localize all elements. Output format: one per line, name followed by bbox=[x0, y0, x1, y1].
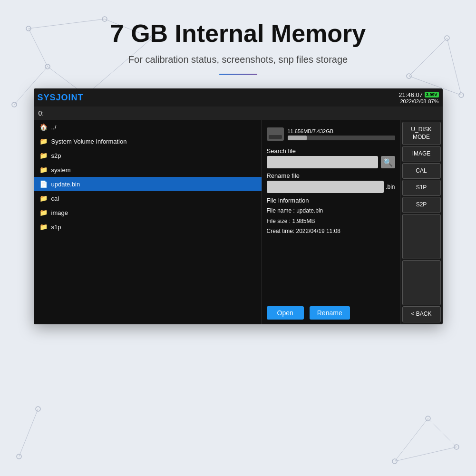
list-item-name: ../ bbox=[51, 124, 57, 131]
open-button[interactable]: Open bbox=[267, 306, 304, 320]
side-btn-back[interactable]: < BACK bbox=[402, 306, 441, 322]
date-display: 2022/02/08 bbox=[400, 98, 426, 104]
list-item-name: s1p bbox=[51, 223, 61, 231]
list-item[interactable]: 📁s1p bbox=[34, 220, 262, 234]
list-item[interactable]: 📁cal bbox=[34, 191, 262, 205]
device-screen: SYSJOINT 21:46:07 3.99V 2022/02/08 87% 0… bbox=[34, 88, 443, 324]
side-btn-image[interactable]: IMAGE bbox=[402, 146, 441, 162]
folder-icon: 📁 bbox=[39, 223, 48, 231]
main-area: 🏠../📁System Volume Information📁s2p📁syste… bbox=[34, 120, 443, 324]
side-buttons-panel: U_DISK MODEIMAGECALS1PS2P< BACK bbox=[400, 120, 443, 324]
list-item-name: System Volume Information bbox=[51, 138, 127, 145]
svg-line-25 bbox=[395, 418, 428, 461]
svg-point-23 bbox=[392, 459, 397, 464]
list-item[interactable]: 📁system bbox=[34, 163, 262, 177]
svg-point-21 bbox=[426, 416, 430, 421]
list-item[interactable]: 📁s2p bbox=[34, 148, 262, 163]
file-icon: 📄 bbox=[39, 180, 48, 188]
side-btn-s2p[interactable]: S2P bbox=[402, 197, 441, 213]
search-row: 🔍 bbox=[267, 156, 395, 168]
list-item-name: update.bin bbox=[51, 181, 80, 188]
rename-extension: .bin bbox=[386, 184, 395, 190]
list-item[interactable]: 📁image bbox=[34, 205, 262, 220]
list-item-name: image bbox=[51, 209, 68, 216]
top-bar: SYSJOINT 21:46:07 3.99V 2022/02/08 87% bbox=[34, 88, 443, 107]
svg-line-20 bbox=[19, 409, 38, 457]
path-bar: 0: bbox=[34, 107, 443, 120]
rename-section: Rename file .bin bbox=[267, 172, 395, 193]
file-creat-row: Creat time: 2022/04/19 11:08 bbox=[267, 226, 395, 237]
battery-pct: 87% bbox=[428, 98, 438, 104]
brand-logo: SYSJOINT bbox=[38, 93, 84, 103]
list-item[interactable]: 🏠../ bbox=[34, 120, 262, 134]
side-btn-cal[interactable]: CAL bbox=[402, 163, 441, 179]
svg-point-22 bbox=[454, 445, 459, 449]
storage-bar-fill bbox=[288, 136, 307, 140]
home-icon: 🏠 bbox=[39, 123, 48, 131]
storage-info: 11.656MB/7.432GB bbox=[288, 128, 395, 140]
page-subtitle: For calibration status, screenshots, snp… bbox=[128, 54, 348, 65]
action-buttons: Open Rename bbox=[267, 306, 395, 320]
search-input[interactable] bbox=[267, 156, 378, 168]
folder-icon: 📁 bbox=[39, 194, 48, 202]
svg-line-26 bbox=[395, 447, 457, 461]
search-section: Search file 🔍 bbox=[267, 147, 395, 168]
hdd-icon bbox=[267, 127, 284, 141]
list-item-name: cal bbox=[51, 195, 59, 202]
file-list-panel: 🏠../📁System Volume Information📁s2p📁syste… bbox=[34, 120, 262, 324]
file-size-row: File size : 1.985MB bbox=[267, 216, 395, 227]
list-item[interactable]: 📁System Volume Information bbox=[34, 134, 262, 148]
svg-point-18 bbox=[36, 407, 40, 411]
rename-input[interactable] bbox=[267, 181, 384, 193]
rename-label: Rename file bbox=[267, 172, 395, 179]
file-info-box: File information File name : update.bin … bbox=[267, 197, 395, 302]
rename-row: .bin bbox=[267, 181, 395, 193]
rename-button[interactable]: Rename bbox=[310, 306, 350, 320]
storage-bar-bg bbox=[288, 136, 395, 140]
list-item-name: s2p bbox=[51, 152, 61, 159]
svg-line-24 bbox=[428, 418, 457, 447]
side-btn-empty1 bbox=[402, 214, 441, 259]
current-path: 0: bbox=[39, 109, 44, 117]
svg-point-19 bbox=[17, 454, 21, 459]
title-divider bbox=[219, 74, 257, 75]
folder-icon: 📁 bbox=[39, 137, 48, 145]
storage-section: 11.656MB/7.432GB bbox=[267, 125, 395, 144]
file-info-label: File information bbox=[267, 197, 395, 204]
side-btn-udisk[interactable]: U_DISK MODE bbox=[402, 122, 441, 145]
storage-text: 11.656MB/7.432GB bbox=[288, 128, 395, 134]
time-display: 21:46:07 bbox=[398, 91, 423, 98]
list-item-name: system bbox=[51, 166, 71, 174]
folder-icon: 📁 bbox=[39, 152, 48, 159]
page-title: 7 GB Internal Memory bbox=[110, 19, 366, 48]
side-btn-empty2 bbox=[402, 260, 441, 305]
list-item[interactable]: 📄update.bin bbox=[34, 177, 262, 191]
folder-icon: 📁 bbox=[39, 166, 48, 174]
side-btn-s1p[interactable]: S1P bbox=[402, 180, 441, 196]
right-panel: 11.656MB/7.432GB Search file 🔍 bbox=[262, 120, 400, 324]
folder-icon: 📁 bbox=[39, 209, 48, 216]
file-name-row: File name : update.bin bbox=[267, 206, 395, 216]
search-label: Search file bbox=[267, 147, 395, 155]
battery-badge: 3.99V bbox=[425, 92, 439, 97]
search-button[interactable]: 🔍 bbox=[381, 156, 395, 168]
top-right-info: 21:46:07 3.99V 2022/02/08 87% bbox=[398, 91, 438, 104]
